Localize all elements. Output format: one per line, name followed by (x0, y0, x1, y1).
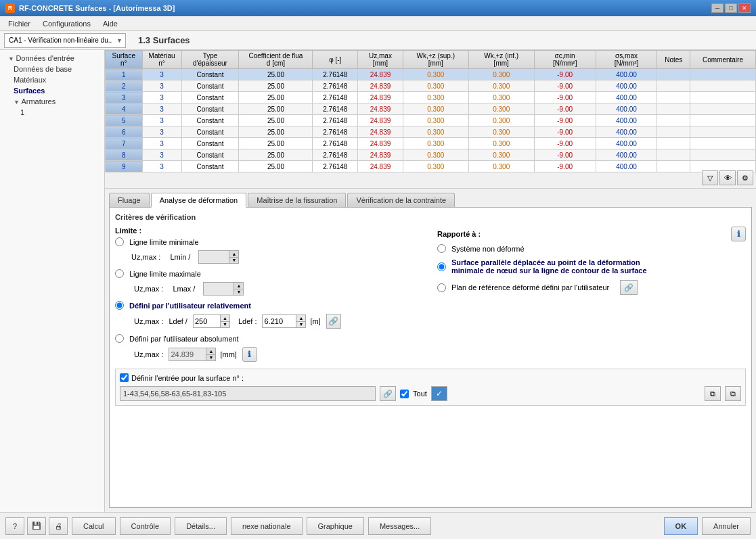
main-content: ▼ Données d'entrée Données de base Matér… (0, 50, 756, 512)
entry-confirm-button[interactable]: ✓ (431, 386, 447, 401)
ldef-ratio-input[interactable] (194, 317, 220, 326)
lmax-label: Lmax / (173, 285, 195, 293)
lmax-input[interactable] (204, 284, 234, 294)
entry-input-row: 🔗 Tout ✓ ⧉ ⧉ (120, 386, 741, 401)
sidebar-item-armature-1[interactable]: 1 (0, 107, 104, 118)
table-row[interactable]: 43Constant25.002.7614824.8390.3000.300-9… (106, 103, 756, 115)
th-ss-max: σs,max[N/mm²] (596, 51, 657, 69)
sidebar-item-donnees-base[interactable]: Données de base (0, 64, 104, 74)
uz-max-label-1: Uz,max : (131, 253, 160, 261)
radio-ligne-max[interactable] (115, 269, 124, 278)
uz-max-label-2: Uz,max : (134, 285, 163, 293)
calcul-button[interactable]: Calcul (72, 517, 116, 535)
messages-button[interactable]: Messages... (368, 517, 431, 535)
uz-abs-up[interactable]: ▲ (206, 348, 215, 354)
radio-ligne-min-label: Ligne limite minimale (129, 238, 199, 246)
tab-analyse-deformation[interactable]: Analyse de déformation (151, 193, 247, 208)
radio-systeme-non-deforme[interactable] (437, 244, 446, 253)
uz-abs-input[interactable] (169, 350, 206, 359)
uz-abs-down[interactable]: ▼ (206, 354, 215, 361)
sidebar-item-materiaux[interactable]: Matériaux (0, 74, 104, 85)
tabs-section: Fluage Analyse de déformation Maîtrise d… (105, 189, 756, 512)
radio-row-3: Défini par l'utilisateur relativement (115, 301, 424, 310)
graphique-button[interactable]: Graphique (307, 517, 364, 535)
th-comment: Commentaire (690, 51, 755, 69)
ldef-val-down[interactable]: ▼ (296, 321, 305, 328)
controle-button[interactable]: Contrôle (120, 517, 171, 535)
rapporte-label: Rapporté à : (437, 230, 481, 238)
table-row[interactable]: 53Constant25.002.7614824.8390.3000.300-9… (106, 115, 756, 126)
ldef-value-input[interactable] (263, 317, 296, 326)
lmax-up[interactable]: ▲ (234, 283, 243, 289)
table-row[interactable]: 93Constant25.002.7614824.8390.3000.300-9… (106, 161, 756, 172)
checkbox-label: Définir l'entrée pour la surface n° : (131, 374, 244, 382)
th-coeff: Coefficient de fluad [cm] (239, 51, 313, 69)
sidebar-item-donnees-entree[interactable]: ▼ Données d'entrée (0, 53, 104, 64)
ldef-val-label: Ldef : (238, 317, 257, 325)
right-radio-row-1: Système non déformé (437, 244, 746, 253)
tab-verification-contrainte[interactable]: Vérification de la contrainte (347, 193, 455, 207)
tab-bar: Fluage Analyse de déformation Maîtrise d… (109, 193, 752, 208)
lmin-down[interactable]: ▼ (229, 257, 238, 264)
table-row[interactable]: 83Constant25.002.7614824.8390.3000.300-9… (106, 149, 756, 161)
settings-button[interactable]: ⚙ (737, 170, 753, 185)
definir-entree-checkbox[interactable] (120, 373, 129, 382)
tout-checkbox[interactable] (400, 390, 409, 398)
uz-max-label-4: Uz,max : (134, 350, 163, 358)
ldef-link-button[interactable]: 🔗 (326, 314, 341, 329)
table-row[interactable]: 63Constant25.002.7614824.8390.3000.300-9… (106, 126, 756, 138)
left-col: Limite : Ligne limite minimale Uz,max : … (115, 227, 424, 365)
ca-selector[interactable]: CA1 - Vérification non-linéaire du... ▼ (4, 33, 126, 48)
radio-user-relative[interactable] (115, 301, 124, 310)
ldef-down[interactable]: ▼ (220, 321, 229, 328)
copy-button-1[interactable]: ⧉ (705, 386, 721, 401)
info-button[interactable]: ℹ (242, 347, 257, 362)
eye-button[interactable]: 👁 (719, 170, 736, 185)
rapporte-info-button[interactable]: ℹ (731, 227, 746, 241)
annuler-button[interactable]: Annuler (702, 517, 751, 535)
details-button[interactable]: Détails... (175, 517, 227, 535)
tab-maitrise-fissuration[interactable]: Maîtrise de la fissuration (248, 193, 346, 207)
radio-surface-parallele[interactable] (437, 262, 446, 271)
table-row[interactable]: 73Constant25.002.7614824.8390.3000.300-9… (106, 138, 756, 149)
ldef-up[interactable]: ▲ (220, 315, 229, 321)
help-button[interactable]: ? (5, 517, 24, 535)
ldef-val-up[interactable]: ▲ (296, 315, 305, 321)
radio-plan-reference[interactable] (437, 283, 446, 292)
lmax-down[interactable]: ▼ (234, 289, 243, 296)
menu-aide[interactable]: Aide (97, 18, 123, 29)
nexe-button[interactable]: nexe nationale (231, 517, 303, 535)
th-uz: Uz,max[mm] (358, 51, 403, 69)
table-row[interactable]: 13Constant25.002.7614824.8390.3000.300-9… (106, 69, 756, 80)
lmin-up[interactable]: ▲ (229, 251, 238, 257)
close-button[interactable]: ✕ (738, 3, 751, 13)
radio-surface-label: Surface parallèle déplacée au point de l… (451, 258, 647, 275)
menu-configurations[interactable]: Configurations (37, 18, 96, 29)
tab-fluage[interactable]: Fluage (109, 193, 150, 207)
menu-fichier[interactable]: Fichier (3, 18, 36, 29)
lmin-input[interactable] (199, 252, 229, 262)
two-col-layout: Limite : Ligne limite minimale Uz,max : … (115, 227, 746, 365)
minimize-button[interactable]: ─ (711, 3, 724, 13)
window-title: RF-CONCRETE Surfaces - [Autorimessa 3D] (19, 4, 175, 12)
maximize-button[interactable]: □ (725, 3, 737, 13)
bottom-toolbar: ? 💾 🖨 Calcul Contrôle Détails... nexe na… (0, 512, 756, 539)
copy-button-2[interactable]: ⧉ (725, 386, 741, 401)
plan-ref-button[interactable]: 🔗 (620, 280, 638, 295)
sidebar-item-armatures[interactable]: ▼ Armatures (0, 96, 104, 107)
radio-ligne-min[interactable] (115, 237, 124, 246)
radio-3-sub: Uz,max : Ldef / ▲ ▼ Ldef : (115, 314, 424, 329)
save-button[interactable]: 💾 (27, 517, 46, 535)
ok-button[interactable]: OK (664, 517, 698, 535)
table-row[interactable]: 23Constant25.002.7614824.8390.3000.300-9… (106, 80, 756, 92)
limite-label: Limite : (115, 227, 141, 235)
table-row[interactable]: 33Constant25.002.7614824.8390.3000.300-9… (106, 92, 756, 103)
right-radio-row-3: Plan de référence déformé défini par l'u… (437, 280, 746, 295)
entry-link-button[interactable]: 🔗 (380, 386, 396, 401)
filter-button[interactable]: ▽ (702, 170, 718, 185)
print-button[interactable]: 🖨 (49, 517, 68, 535)
sidebar-item-surfaces[interactable]: Surfaces (0, 85, 104, 96)
radio-user-absolute[interactable] (115, 334, 124, 343)
surface-entry-input[interactable] (120, 386, 376, 401)
right-radio-row-2: Surface parallèle déplacée au point de l… (437, 258, 746, 275)
